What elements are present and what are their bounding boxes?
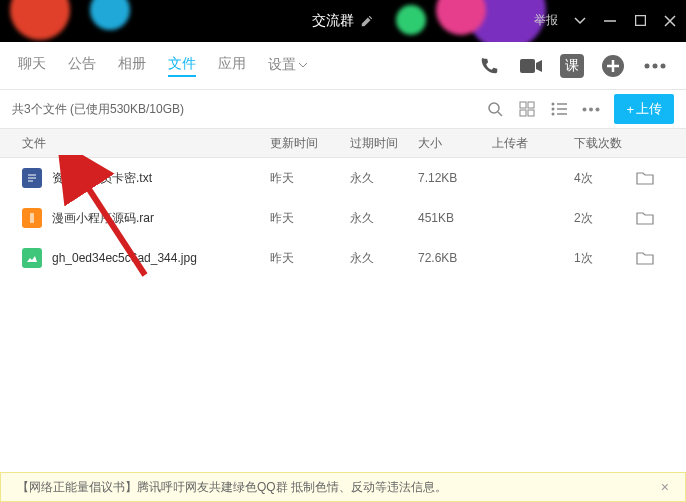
add-button[interactable]	[600, 53, 626, 79]
title-label: 交流群	[312, 12, 354, 30]
svg-point-17	[552, 113, 555, 116]
search-icon[interactable]	[486, 100, 504, 118]
svg-point-4	[645, 63, 650, 68]
col-time[interactable]: 更新时间	[270, 135, 350, 152]
col-downloads[interactable]: 下载次数	[574, 135, 636, 152]
file-expire: 永久	[350, 210, 418, 227]
tabs-row: 聊天 公告 相册 文件 应用 设置 课	[0, 42, 686, 90]
txt-file-icon	[22, 168, 42, 188]
image-file-icon	[22, 248, 42, 268]
file-time: 昨天	[270, 170, 350, 187]
svg-point-19	[583, 107, 587, 111]
svg-rect-9	[520, 102, 526, 108]
file-name: gh_0ed34ec5c6ad_344.jpg	[52, 251, 197, 265]
dropdown-icon[interactable]	[572, 13, 588, 29]
close-button[interactable]	[662, 13, 678, 29]
footer-banner: 【网络正能量倡议书】腾讯呼吁网友共建绿色QQ群 抵制色情、反动等违法信息。 ×	[0, 472, 686, 502]
svg-point-5	[653, 63, 658, 68]
tab-settings-label: 设置	[268, 56, 296, 74]
tabs: 聊天 公告 相册 文件 应用 设置	[18, 55, 308, 77]
footer-text: 【网络正能量倡议书】腾讯呼吁网友共建绿色QQ群 抵制色情、反动等违法信息。	[17, 479, 447, 496]
subbar: 共3个文件 (已使用530KB/10GB) + 上传	[0, 90, 686, 128]
col-size[interactable]: 大小	[418, 135, 492, 152]
subbar-actions: + 上传	[486, 94, 674, 124]
file-size: 72.6KB	[418, 251, 492, 265]
table-row[interactable]: 漫画小程序源码.rar 昨天 永久 451KB 2次	[0, 198, 686, 238]
file-expire: 永久	[350, 250, 418, 267]
folder-icon[interactable]	[636, 171, 654, 185]
svg-rect-12	[528, 110, 534, 116]
file-downloads: 4次	[574, 170, 636, 187]
list-view-icon[interactable]	[550, 100, 568, 118]
svg-rect-2	[520, 59, 535, 73]
col-file[interactable]: 文件	[22, 135, 270, 152]
tab-settings[interactable]: 设置	[268, 55, 308, 77]
grid-view-icon[interactable]	[518, 100, 536, 118]
tab-apps[interactable]: 应用	[218, 55, 246, 77]
report-link[interactable]: 举报	[534, 12, 558, 29]
rar-file-icon	[22, 208, 42, 228]
file-summary: 共3个文件 (已使用530KB/10GB)	[12, 101, 184, 118]
folder-icon[interactable]	[636, 251, 654, 265]
file-name: 资源站会员卡密.txt	[52, 170, 152, 187]
file-size: 7.12KB	[418, 171, 492, 185]
lesson-button[interactable]: 课	[560, 54, 584, 78]
titlebar: 交流群 举报	[0, 0, 686, 42]
upload-label: 上传	[636, 100, 662, 118]
svg-rect-11	[520, 110, 526, 116]
table-header: 文件 更新时间 过期时间 大小 上传者 下载次数	[0, 128, 686, 158]
svg-rect-1	[635, 16, 645, 26]
svg-point-6	[661, 63, 666, 68]
file-time: 昨天	[270, 210, 350, 227]
svg-line-8	[498, 112, 502, 116]
phone-icon[interactable]	[476, 53, 502, 79]
svg-point-20	[589, 107, 593, 111]
table-row[interactable]: gh_0ed34ec5c6ad_344.jpg 昨天 永久 72.6KB 1次	[0, 238, 686, 278]
toolbar: 课	[476, 53, 668, 79]
footer-close-icon[interactable]: ×	[661, 479, 669, 495]
svg-point-7	[489, 103, 499, 113]
file-downloads: 1次	[574, 250, 636, 267]
tab-chat[interactable]: 聊天	[18, 55, 46, 77]
svg-point-13	[552, 103, 555, 106]
minimize-button[interactable]	[602, 13, 618, 29]
col-uploader[interactable]: 上传者	[492, 135, 574, 152]
more-options-icon[interactable]	[582, 100, 600, 118]
plus-icon: +	[626, 102, 634, 117]
tab-album[interactable]: 相册	[118, 55, 146, 77]
folder-icon[interactable]	[636, 211, 654, 225]
svg-point-21	[596, 107, 600, 111]
file-time: 昨天	[270, 250, 350, 267]
file-name: 漫画小程序源码.rar	[52, 210, 154, 227]
file-expire: 永久	[350, 170, 418, 187]
tab-files[interactable]: 文件	[168, 55, 196, 77]
titlebar-controls: 举报	[534, 12, 678, 29]
video-icon[interactable]	[518, 53, 544, 79]
col-expire[interactable]: 过期时间	[350, 135, 418, 152]
window-title: 交流群	[312, 12, 374, 30]
svg-point-15	[552, 108, 555, 111]
table-row[interactable]: 资源站会员卡密.txt 昨天 永久 7.12KB 4次	[0, 158, 686, 198]
upload-button[interactable]: + 上传	[614, 94, 674, 124]
tab-announce[interactable]: 公告	[68, 55, 96, 77]
file-downloads: 2次	[574, 210, 636, 227]
chevron-down-icon	[298, 62, 308, 68]
edit-icon[interactable]	[360, 14, 374, 28]
svg-rect-10	[528, 102, 534, 108]
more-icon[interactable]	[642, 53, 668, 79]
maximize-button[interactable]	[632, 13, 648, 29]
svg-rect-25	[30, 213, 34, 223]
file-size: 451KB	[418, 211, 492, 225]
